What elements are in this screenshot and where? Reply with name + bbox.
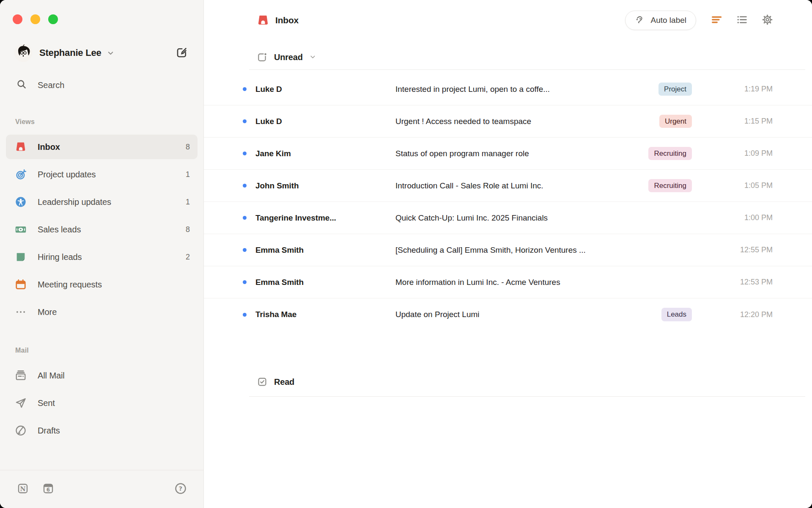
all-mail-icon — [15, 370, 27, 381]
help-button[interactable]: ? — [174, 483, 187, 496]
drafts-icon — [15, 425, 27, 436]
compose-icon — [176, 46, 188, 60]
email-row[interactable]: Emma Smith More information in Lumi Inc.… — [204, 266, 812, 298]
unread-dot — [243, 280, 247, 284]
money-icon — [15, 224, 27, 235]
read-group-header[interactable]: Read — [204, 375, 812, 388]
sidebar-item-count: 1 — [186, 198, 190, 207]
email-time: 12:53 PM — [692, 278, 773, 287]
email-row[interactable]: Emma Smith [Scheduling a Call] Emma Smit… — [204, 234, 812, 266]
unread-group-header[interactable]: Unread — [204, 51, 812, 64]
window-minimize-button[interactable] — [30, 14, 40, 24]
settings-button[interactable] — [760, 14, 774, 27]
email-row[interactable]: Luke D Interested in project Lumi, open … — [204, 73, 812, 105]
sidebar-item[interactable]: Sales leads 8 — [6, 217, 198, 242]
sidebar-item-label: Hiring leads — [38, 252, 82, 262]
sidebar-item-label: Leadership updates — [38, 197, 111, 207]
notion-calendar-app-button[interactable]: 6 — [41, 483, 55, 496]
email-sender: Tangerine Investme... — [255, 213, 395, 223]
email-subject: Interested in project Lumi, open to a co… — [395, 85, 658, 94]
read-group-label: Read — [274, 377, 294, 387]
window-zoom-button[interactable] — [48, 14, 58, 24]
sidebar-item[interactable]: Inbox 8 — [6, 135, 198, 159]
sidebar-item-label: Meeting requests — [38, 280, 102, 290]
unread-dot — [243, 184, 247, 188]
auto-label-button[interactable]: Auto label — [625, 11, 696, 30]
email-subject: Update on Project Lumi — [395, 310, 661, 319]
sidebar-footer: N 6 ? — [0, 470, 203, 508]
sidebar-item-label: Sent — [38, 398, 55, 408]
filter-icon — [710, 14, 723, 27]
email-sender: Luke D — [255, 117, 395, 126]
email-sender: Emma Smith — [255, 278, 395, 287]
mail-list: All Mail Sent Drafts — [0, 363, 203, 446]
sidebar-item[interactable]: More — [6, 300, 198, 324]
sidebar-item[interactable]: Hiring leads 2 — [6, 245, 198, 269]
profile-menu[interactable]: Stephanie Lee — [0, 44, 203, 62]
email-time: 1:15 PM — [692, 117, 773, 126]
notion-logo-icon: N — [16, 482, 29, 496]
email-row[interactable]: John Smith Introduction Call - Sales Rol… — [204, 170, 812, 202]
views-list: Inbox 8 Project updates 1 Leadership upd… — [0, 135, 203, 327]
email-label-badge: Recruiting — [648, 147, 692, 160]
email-sender: Trisha Mae — [255, 310, 395, 319]
email-label-badge: Recruiting — [648, 179, 692, 192]
compose-button[interactable] — [175, 46, 189, 60]
divider — [249, 396, 805, 397]
page-title: Inbox — [275, 15, 625, 25]
traffic-lights — [0, 0, 203, 24]
views-section-label: Views — [0, 118, 203, 126]
ellipsis-icon — [15, 306, 27, 318]
question-mark-icon: ? — [174, 482, 187, 496]
sidebar-item[interactable]: Leadership updates 1 — [6, 190, 198, 214]
notion-mail-app-button[interactable]: N — [16, 483, 30, 496]
inbox-icon — [257, 14, 269, 27]
sidebar-item-count: 1 — [186, 170, 190, 179]
sidebar-item-count: 8 — [186, 225, 190, 234]
auto-label-icon — [635, 14, 646, 27]
search-label: Search — [38, 80, 64, 90]
sidebar-item-label: More — [38, 307, 57, 317]
calendar-orange-icon — [15, 279, 27, 290]
search-button[interactable]: Search — [0, 79, 203, 91]
sidebar-item[interactable]: Project updates 1 — [6, 162, 198, 187]
filter-button[interactable] — [710, 14, 723, 27]
main-content: Inbox Auto label — [204, 0, 812, 508]
email-label-badge: Urgent — [659, 115, 692, 128]
email-row[interactable]: Trisha Mae Update on Project Lumi Leads … — [204, 298, 812, 331]
sidebar: Stephanie Lee Search Views Inbox — [0, 0, 204, 508]
app-window: Stephanie Lee Search Views Inbox — [0, 0, 812, 508]
sidebar-item[interactable]: All Mail — [6, 363, 198, 388]
mail-section-label: Mail — [0, 347, 203, 354]
sidebar-item[interactable]: Meeting requests — [6, 272, 198, 297]
email-list: Luke D Interested in project Lumi, open … — [204, 70, 812, 331]
unread-dot — [243, 313, 247, 317]
sidebar-item-count: 2 — [186, 253, 190, 262]
sidebar-item-label: All Mail — [38, 371, 65, 381]
sidebar-item[interactable]: Drafts — [6, 418, 198, 443]
svg-text:N: N — [20, 486, 25, 492]
email-row[interactable]: Tangerine Investme... Quick Catch-Up: Lu… — [204, 202, 812, 234]
target-icon — [15, 168, 27, 180]
email-sender: Luke D — [255, 85, 395, 94]
avatar — [14, 44, 32, 62]
main-header: Inbox Auto label — [204, 0, 812, 30]
unread-dot — [243, 87, 247, 91]
email-row[interactable]: Luke D Urgent ! Access needed to teamspa… — [204, 105, 812, 138]
email-time: 1:09 PM — [692, 149, 773, 158]
email-time: 1:00 PM — [692, 213, 773, 222]
email-sender: Emma Smith — [255, 246, 395, 255]
list-view-button[interactable] — [735, 14, 749, 27]
email-subject: Status of open program manager role — [395, 149, 648, 158]
paper-plane-icon — [15, 397, 27, 409]
email-row[interactable]: Jane Kim Status of open program manager … — [204, 138, 812, 170]
email-sender: Jane Kim — [255, 149, 395, 158]
sidebar-item[interactable]: Sent — [6, 391, 198, 415]
unread-dot — [243, 152, 247, 155]
unread-icon — [257, 52, 268, 63]
email-time: 12:20 PM — [692, 310, 773, 319]
svg-text:6: 6 — [47, 487, 50, 493]
search-icon — [16, 79, 27, 91]
email-subject: [Scheduling a Call] Emma Smith, Horizon … — [395, 246, 692, 255]
window-close-button[interactable] — [13, 14, 22, 24]
